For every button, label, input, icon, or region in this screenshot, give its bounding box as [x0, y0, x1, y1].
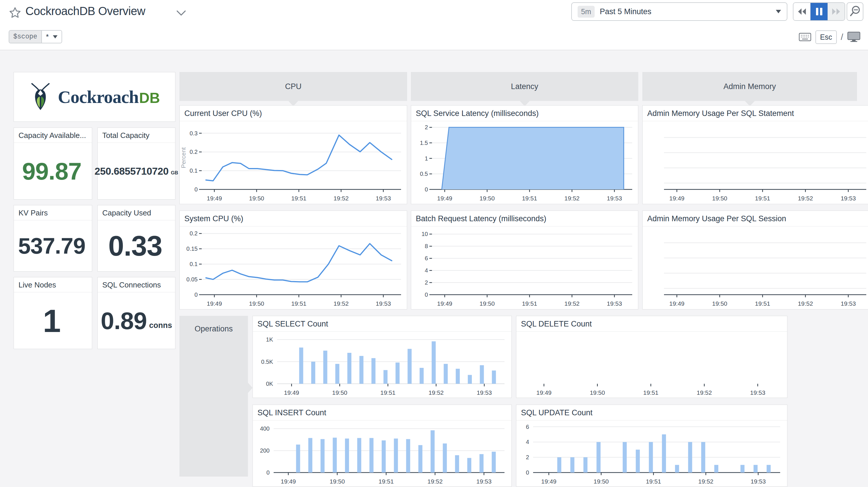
group-header-cpu[interactable]: CPU	[180, 72, 407, 101]
group-label: Admin Memory	[723, 82, 776, 91]
svg-text:0.5: 0.5	[420, 171, 428, 177]
stat-sql-connections[interactable]: SQL Connections 0.89conns	[97, 277, 176, 349]
svg-text:19:52: 19:52	[798, 195, 813, 202]
svg-text:0.2: 0.2	[190, 230, 198, 236]
chart-plot-area[interactable]: 00.511.5219:4919:5019:5119:5219:53	[411, 121, 638, 204]
svg-text:0: 0	[267, 469, 270, 476]
scope-variable-name: $scope	[9, 31, 42, 43]
svg-text:1.5: 1.5	[420, 140, 428, 146]
svg-text:19:52: 19:52	[429, 389, 444, 396]
group-header-operations[interactable]: Operations	[180, 316, 248, 477]
svg-text:19:52: 19:52	[698, 478, 713, 485]
svg-text:19:50: 19:50	[479, 195, 495, 202]
svg-text:0.05: 0.05	[186, 276, 198, 283]
svg-text:2: 2	[425, 124, 428, 131]
fast-forward-button[interactable]	[828, 3, 845, 20]
stat-capacity-available[interactable]: Capacity Available... 99.87	[13, 127, 92, 200]
svg-text:0.3: 0.3	[190, 130, 198, 137]
chart-current-user-cpu: Current User CPU (%) 00.10.20.319:4919:5…	[180, 105, 407, 204]
svg-text:19:51: 19:51	[380, 389, 396, 396]
svg-text:19:53: 19:53	[841, 195, 856, 202]
svg-text:2: 2	[526, 454, 529, 460]
page-title: CockroachDB Overview	[25, 5, 145, 18]
svg-text:1K: 1K	[266, 336, 273, 343]
chart-plot-area[interactable]: 19:4919:5019:5119:5219:53	[643, 227, 868, 309]
group-header-admin-memory[interactable]: Admin Memory	[642, 72, 857, 101]
svg-text:19:53: 19:53	[841, 300, 856, 307]
chart-plot-area[interactable]: 0K0.5K1K19:4919:5019:5119:5219:53	[253, 332, 512, 398]
fullscreen-monitor-icon[interactable]	[847, 31, 861, 42]
time-range-caret-icon	[776, 10, 781, 13]
svg-text:19:50: 19:50	[332, 389, 347, 396]
svg-text:19:51: 19:51	[291, 195, 307, 202]
stat-capacity-used[interactable]: Capacity Used 0.33	[97, 205, 176, 271]
time-range-label: Past 5 Minutes	[600, 7, 652, 16]
stat-value: 537.79	[18, 233, 86, 259]
stat-live-nodes[interactable]: Live Nodes 1	[13, 277, 92, 349]
stat-value: 99.87	[22, 157, 81, 185]
svg-text:200: 200	[260, 448, 270, 454]
svg-text:19:50: 19:50	[249, 195, 265, 202]
chart-plot-area[interactable]: 024681019:4919:5019:5119:5219:53	[411, 227, 638, 309]
svg-text:0: 0	[526, 469, 529, 476]
svg-text:19:51: 19:51	[378, 478, 394, 485]
scope-value-text: *	[46, 32, 49, 41]
svg-text:19:50: 19:50	[590, 389, 605, 396]
svg-text:0K: 0K	[266, 380, 273, 387]
chart-plot-area[interactable]: 19:4919:5019:5119:5219:53	[643, 121, 868, 204]
pause-icon	[815, 7, 823, 16]
favorite-star-icon[interactable]	[9, 6, 21, 19]
stat-suffix: GB	[171, 170, 178, 176]
stat-kv-pairs[interactable]: KV Pairs 537.79	[13, 205, 92, 271]
pause-button[interactable]	[810, 3, 828, 20]
svg-text:19:51: 19:51	[291, 300, 307, 307]
stat-value: 0.33	[108, 230, 162, 262]
chart-plot-area[interactable]: 19:4919:5019:5119:5219:53	[516, 332, 787, 398]
keyboard-icon[interactable]	[799, 32, 811, 41]
chart-sql-select-count: SQL SELECT Count 0K0.5K1K19:4919:5019:51…	[252, 316, 512, 398]
svg-text:19:52: 19:52	[696, 389, 712, 396]
svg-text:0: 0	[425, 186, 428, 193]
time-range-picker[interactable]: 5m Past 5 Minutes	[571, 2, 787, 21]
template-variable-scope[interactable]: $scope *	[9, 30, 62, 44]
rewind-button[interactable]	[794, 3, 810, 20]
zoom-out-magnifier-icon	[849, 5, 861, 18]
stat-total-capacity[interactable]: Total Capacity 250.6855710720GB	[97, 127, 176, 200]
svg-text:19:50: 19:50	[249, 300, 265, 307]
chart-plot-area[interactable]: 00.10.20.319:4919:5019:5119:5219:53Perce…	[180, 121, 407, 204]
chart-sql-insert-count: SQL INSERT Count 020040019:4919:5019:511…	[252, 405, 512, 487]
svg-text:6: 6	[526, 424, 529, 430]
stat-value: 250.6855710720	[94, 165, 168, 177]
chart-plot-area[interactable]: 00.050.10.150.219:4919:5019:5119:5219:53	[180, 227, 407, 309]
chart-batch-request-latency: Batch Request Latency (milliseconds) 024…	[411, 210, 638, 310]
svg-text:19:50: 19:50	[330, 478, 345, 485]
esc-key-button[interactable]: Esc	[815, 30, 837, 44]
svg-text:19:53: 19:53	[607, 300, 622, 307]
svg-text:19:52: 19:52	[564, 300, 580, 307]
svg-text:Percent: Percent	[180, 147, 187, 168]
svg-text:19:49: 19:49	[207, 195, 222, 202]
svg-text:19:52: 19:52	[334, 300, 349, 307]
chart-plot-area[interactable]: 024619:4919:5019:5119:5219:53	[516, 421, 787, 486]
svg-text:0: 0	[194, 186, 198, 193]
svg-text:4: 4	[425, 267, 428, 274]
group-label: CPU	[285, 82, 301, 91]
svg-text:19:49: 19:49	[207, 300, 222, 307]
svg-text:1: 1	[425, 155, 428, 162]
svg-text:19:51: 19:51	[755, 300, 770, 307]
logo-brand-suffix: DB	[139, 90, 160, 106]
chart-plot-area[interactable]: 020040019:4919:5019:5119:5219:53	[253, 421, 512, 486]
svg-text:19:53: 19:53	[607, 195, 622, 202]
group-header-latency[interactable]: Latency	[411, 72, 638, 101]
svg-text:8: 8	[425, 243, 428, 249]
title-chevron-down-icon[interactable]	[176, 10, 186, 16]
chart-title: SQL SELECT Count	[253, 316, 512, 332]
svg-text:0.2: 0.2	[190, 149, 198, 155]
svg-text:19:52: 19:52	[798, 300, 813, 307]
svg-text:19:51: 19:51	[522, 195, 537, 202]
zoom-out-button[interactable]	[847, 2, 863, 21]
chart-title: SQL DELETE Count	[516, 316, 787, 332]
svg-text:19:50: 19:50	[712, 195, 727, 202]
svg-text:0: 0	[194, 291, 198, 298]
chart-sql-service-latency: SQL Service Latency (milliseconds) 00.51…	[411, 105, 638, 204]
